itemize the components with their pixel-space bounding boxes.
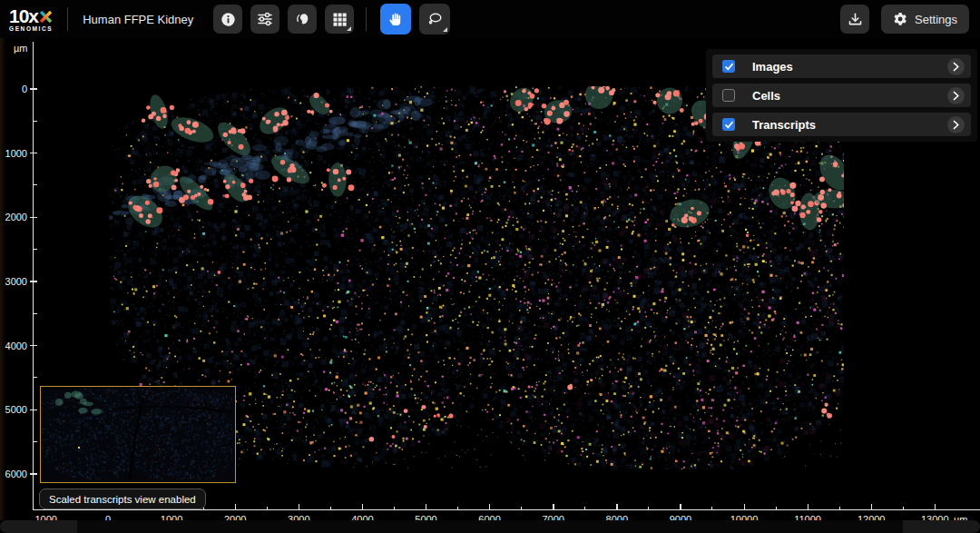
pan-tool-button[interactable] bbox=[380, 4, 411, 35]
layer-expand-button[interactable] bbox=[947, 116, 965, 133]
layer-label: Images bbox=[752, 60, 793, 74]
layer-row-cells[interactable]: Cells bbox=[712, 84, 971, 107]
toolbar-divider bbox=[67, 7, 68, 31]
grid-icon bbox=[332, 12, 348, 27]
status-toast: Scaled transcripts view enabled bbox=[39, 489, 206, 509]
y-axis-tick-label: 4000 bbox=[0, 341, 27, 351]
minimap[interactable] bbox=[40, 386, 236, 483]
checkmark-icon bbox=[724, 62, 734, 72]
y-axis-tick-label: 2000 bbox=[0, 212, 27, 222]
x-axis-major-tick bbox=[680, 504, 681, 510]
toolbar-divider bbox=[366, 7, 367, 31]
layer-row-images[interactable]: Images bbox=[712, 54, 971, 78]
y-axis-minor-tick bbox=[33, 184, 37, 185]
info-button[interactable] bbox=[213, 5, 242, 34]
chevron-right-icon bbox=[952, 62, 960, 72]
horizontal-scrollbar-track[interactable] bbox=[0, 520, 980, 533]
status-toast-text: Scaled transcripts view enabled bbox=[49, 494, 196, 505]
y-axis-tick-label: 1000 bbox=[0, 148, 27, 159]
x-axis-major-tick bbox=[299, 504, 299, 510]
layer-checkbox-images[interactable] bbox=[722, 60, 735, 73]
lasso-icon bbox=[426, 11, 444, 28]
gear-icon bbox=[893, 12, 907, 26]
y-axis-tick-label: 5000 bbox=[0, 404, 27, 415]
x-axis-minor-tick bbox=[394, 507, 395, 510]
x-axis-line bbox=[33, 509, 980, 510]
x-axis-minor-tick bbox=[330, 507, 331, 510]
x-axis-minor-tick bbox=[903, 507, 904, 510]
y-axis-major-tick bbox=[30, 345, 37, 346]
dropdown-caret-icon bbox=[443, 27, 447, 32]
x-axis-minor-tick bbox=[267, 507, 268, 510]
x-axis-major-tick bbox=[744, 504, 745, 510]
layer-expand-button[interactable] bbox=[947, 58, 965, 75]
layer-label: Transcripts bbox=[752, 118, 816, 132]
chevron-right-icon bbox=[952, 120, 960, 130]
y-axis-major-tick bbox=[30, 217, 37, 218]
logo-text: 10x bbox=[9, 6, 38, 25]
layer-row-transcripts[interactable]: Transcripts bbox=[712, 113, 971, 136]
toolbar: 10x GENOMICS Human FFPE Kidn bbox=[0, 0, 980, 38]
10x-genomics-logo: 10x GENOMICS bbox=[9, 6, 53, 33]
x-axis-minor-tick bbox=[648, 507, 649, 510]
info-icon bbox=[220, 12, 236, 27]
toolbar-tools-group bbox=[380, 4, 450, 35]
x-axis-major-tick bbox=[362, 504, 363, 510]
settings-button[interactable]: Settings bbox=[881, 5, 969, 34]
y-axis-minor-tick bbox=[33, 121, 37, 122]
toolbar-left-group bbox=[213, 5, 354, 34]
y-axis-unit-label: µm bbox=[14, 43, 28, 54]
x-axis-major-tick bbox=[553, 504, 554, 510]
app-window: 10x GENOMICS Human FFPE Kidn bbox=[0, 0, 980, 533]
layer-label: Cells bbox=[752, 89, 780, 103]
main-viewport: -100001000200030004000500060007000800090… bbox=[0, 38, 980, 533]
tissue-icon bbox=[294, 11, 310, 27]
layer-expand-button[interactable] bbox=[947, 87, 965, 104]
y-axis-major-tick bbox=[30, 153, 37, 153]
x-axis-major-tick bbox=[489, 504, 490, 510]
download-button[interactable] bbox=[840, 5, 869, 34]
x-axis-minor-tick bbox=[584, 507, 585, 510]
checkmark-icon bbox=[724, 120, 734, 130]
adjustments-button[interactable] bbox=[250, 5, 279, 34]
chevron-right-icon bbox=[952, 91, 960, 101]
x-axis-minor-tick bbox=[711, 507, 712, 510]
settings-label: Settings bbox=[915, 13, 957, 26]
x-axis-minor-tick bbox=[457, 507, 458, 510]
y-axis-minor-tick bbox=[33, 249, 37, 250]
x-axis-minor-tick bbox=[521, 507, 522, 510]
x-axis-major-tick bbox=[616, 504, 617, 510]
logo-subtext: GENOMICS bbox=[9, 26, 53, 33]
tissue-view-button[interactable] bbox=[288, 5, 317, 34]
layers-panel: ImagesCellsTranscripts bbox=[706, 49, 977, 142]
x-axis-major-tick bbox=[426, 504, 426, 510]
y-axis-major-tick bbox=[30, 410, 37, 410]
layer-checkbox-cells[interactable] bbox=[722, 89, 735, 102]
download-icon bbox=[848, 12, 863, 27]
grid-view-button[interactable] bbox=[325, 5, 354, 34]
x-axis-major-tick bbox=[235, 504, 236, 510]
dataset-title: Human FFPE Kidney bbox=[83, 13, 193, 26]
lasso-tool-button[interactable] bbox=[419, 4, 450, 35]
x-axis-major-tick bbox=[935, 504, 936, 510]
y-axis-minor-tick bbox=[33, 377, 37, 378]
adjustments-icon bbox=[257, 11, 273, 27]
x-axis-minor-tick bbox=[776, 507, 777, 510]
y-axis-tick-label: 6000 bbox=[0, 469, 27, 479]
y-axis-major-tick bbox=[30, 473, 37, 474]
x-axis-minor-tick bbox=[839, 507, 840, 510]
minimap-canvas bbox=[41, 387, 232, 479]
y-axis-minor-tick bbox=[33, 313, 37, 314]
horizontal-scrollbar-thumb[interactable] bbox=[77, 520, 903, 533]
x-axis-major-tick bbox=[808, 504, 808, 510]
layer-checkbox-transcripts[interactable] bbox=[722, 118, 735, 131]
pan-hand-icon bbox=[387, 11, 404, 27]
dropdown-caret-icon bbox=[347, 26, 351, 31]
y-axis-minor-tick bbox=[33, 441, 37, 442]
y-axis-line bbox=[33, 42, 34, 510]
y-axis-tick-label: 0 bbox=[0, 84, 27, 94]
y-axis-tick-label: 3000 bbox=[0, 276, 27, 287]
logo-x-icon bbox=[39, 10, 53, 24]
y-axis-major-tick bbox=[30, 88, 37, 89]
x-axis-major-tick bbox=[871, 504, 872, 510]
